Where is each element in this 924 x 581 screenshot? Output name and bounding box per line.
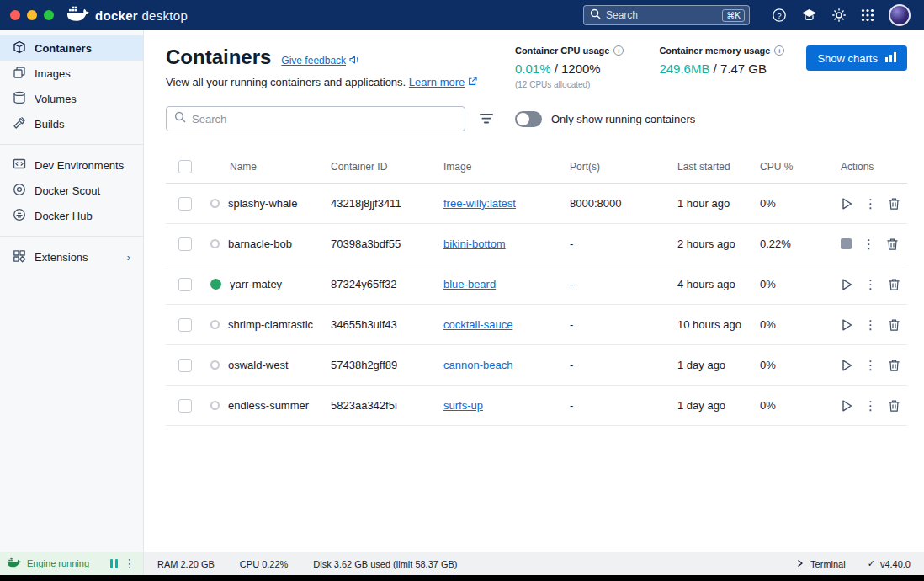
images-icon [13, 66, 26, 82]
close-window-button[interactable] [10, 10, 20, 20]
row-menu-icon[interactable]: ⋮ [864, 318, 877, 331]
image-link[interactable]: free-willy:latest [443, 197, 516, 210]
apps-grid-icon[interactable] [861, 8, 874, 22]
image-link[interactable]: blue-beard [443, 278, 496, 290]
sidebar-divider [0, 144, 143, 145]
engine-menu-icon[interactable]: ⋮ [124, 557, 135, 569]
cpu-usage-label: Container CPU usage [515, 45, 609, 56]
cpu-usage-value: 0.01% / 1200% [515, 61, 624, 76]
chart-icon [885, 52, 896, 65]
play-button[interactable] [841, 318, 853, 332]
memory-usage-stat: Container memory usage i 249.6MB / 7.47 … [659, 45, 784, 89]
page-subtitle: View all your running containers and app… [166, 76, 477, 88]
traffic-lights [10, 10, 54, 20]
resource-stats: Container CPU usage i 0.01% / 1200% (12 … [515, 45, 785, 89]
delete-icon[interactable] [888, 359, 900, 372]
row-menu-icon[interactable]: ⋮ [863, 237, 875, 250]
column-header-last-started[interactable]: Last started [677, 161, 760, 173]
minimize-window-button[interactable] [27, 10, 37, 20]
container-ports: - [570, 318, 677, 331]
row-checkbox[interactable] [178, 197, 192, 211]
memory-usage-label: Container memory usage [659, 45, 770, 56]
sidebar-item-docker-hub[interactable]: Docker Hub [0, 203, 143, 228]
table-row: barnacle-bob 70398a3bdf55 bikini-bottom … [166, 224, 907, 264]
image-link[interactable]: cocktail-sauce [443, 318, 512, 331]
learn-more-link[interactable]: Learn more [409, 76, 465, 88]
search-icon [590, 8, 601, 23]
ram-usage: RAM 2.20 GB [157, 559, 215, 569]
memory-usage-value: 249.6MB / 7.47 GB [659, 61, 784, 76]
image-link[interactable]: surfs-up [443, 399, 483, 412]
running-only-toggle[interactable] [515, 111, 542, 127]
terminal-button[interactable]: Terminal [797, 559, 846, 569]
column-header-ports[interactable]: Port(s) [570, 161, 677, 173]
container-last-started: 4 hours ago [677, 278, 760, 290]
learning-center-icon[interactable] [801, 8, 817, 22]
row-menu-icon[interactable]: ⋮ [864, 359, 877, 371]
delete-icon[interactable] [886, 237, 899, 251]
info-icon[interactable]: i [774, 45, 784, 56]
info-icon[interactable]: i [613, 45, 624, 56]
engine-whale-icon [8, 556, 21, 571]
row-checkbox[interactable] [178, 318, 192, 332]
container-name: splashy-whale [228, 197, 297, 210]
table-header: Name Container ID Image Port(s) Last sta… [166, 150, 907, 184]
container-last-started: 10 hours ago [677, 318, 760, 331]
row-menu-icon[interactable]: ⋮ [864, 399, 877, 412]
give-feedback-link[interactable]: Give feedback [281, 55, 359, 67]
table-body: splashy-whale 43218j8jjf3411 free-willy:… [166, 184, 907, 426]
row-checkbox[interactable] [178, 278, 192, 291]
docker-whale-icon [67, 6, 89, 24]
container-search[interactable] [166, 106, 465, 131]
sidebar-item-images[interactable]: Images [0, 61, 143, 86]
sidebar-item-volumes[interactable]: Volumes [0, 86, 143, 111]
cpu-usage: CPU 0.22% [240, 559, 288, 569]
container-cpu: 0% [760, 399, 819, 412]
container-cpu: 0% [760, 278, 819, 290]
sidebar-item-extensions[interactable]: Extensions › [0, 244, 143, 269]
pause-engine-button[interactable] [110, 559, 118, 568]
stop-button[interactable] [841, 238, 852, 249]
container-search-input[interactable] [192, 113, 457, 125]
row-menu-icon[interactable]: ⋮ [864, 197, 877, 210]
column-header-name[interactable]: Name [208, 161, 331, 173]
image-link[interactable]: bikini-bottom [443, 237, 506, 250]
column-header-container-id[interactable]: Container ID [331, 161, 443, 173]
builds-icon [13, 116, 26, 132]
row-checkbox[interactable] [178, 237, 192, 251]
global-search[interactable]: ⌘K [583, 5, 750, 25]
delete-icon[interactable] [888, 278, 900, 291]
show-charts-button[interactable]: Show charts [806, 45, 907, 71]
row-checkbox[interactable] [178, 359, 192, 372]
column-header-cpu[interactable]: CPU % [760, 161, 819, 173]
cpu-allocated-note: (12 CPUs allocated) [515, 80, 624, 89]
select-all-checkbox[interactable] [178, 160, 192, 173]
play-button[interactable] [841, 359, 853, 372]
image-link[interactable]: cannon-beach [443, 359, 512, 371]
user-avatar[interactable] [889, 4, 911, 26]
sidebar-item-dev-environments[interactable]: Dev Environments [0, 152, 143, 178]
delete-icon[interactable] [888, 197, 900, 211]
sidebar-item-label: Volumes [35, 93, 77, 105]
filter-icon[interactable] [480, 114, 493, 124]
engine-status-label: Engine running [27, 558, 89, 568]
play-button[interactable] [841, 399, 853, 413]
play-button[interactable] [841, 197, 853, 211]
container-ports: - [570, 278, 677, 290]
settings-gear-icon[interactable] [831, 8, 847, 23]
sidebar-item-docker-scout[interactable]: Docker Scout [0, 178, 143, 203]
sidebar-item-label: Images [35, 67, 71, 80]
delete-icon[interactable] [888, 318, 900, 332]
row-checkbox[interactable] [178, 399, 192, 413]
maximize-window-button[interactable] [44, 10, 54, 20]
help-icon[interactable]: ? [772, 8, 787, 23]
global-search-input[interactable] [606, 9, 717, 21]
play-button[interactable] [841, 278, 853, 291]
sidebar-item-containers[interactable]: Containers [0, 35, 143, 61]
desktop-background-strip [0, 575, 924, 581]
sidebar-item-builds[interactable]: Builds [0, 111, 143, 136]
column-header-image[interactable]: Image [443, 161, 570, 173]
delete-icon[interactable] [888, 399, 900, 413]
row-menu-icon[interactable]: ⋮ [864, 278, 877, 290]
containers-table: Name Container ID Image Port(s) Last sta… [166, 150, 907, 426]
